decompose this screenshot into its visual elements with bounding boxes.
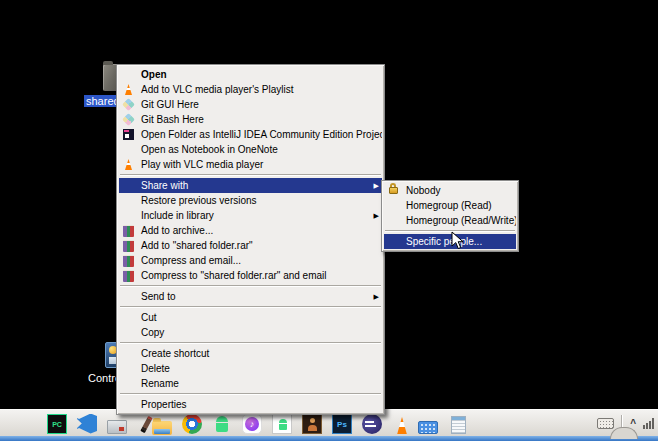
menu-item-label: Open as Notebook in OneNote	[141, 142, 278, 157]
menu-item-label: Nobody	[406, 183, 440, 198]
network-signal-icon[interactable]	[643, 418, 655, 429]
padlock-icon	[388, 186, 399, 197]
display-icon[interactable]	[107, 420, 127, 434]
menu-item-label: Compress to "shared folder.rar" and emai…	[141, 268, 327, 283]
pycharm-icon[interactable]: PC	[47, 414, 67, 434]
menu-separator	[120, 342, 381, 344]
photoshop-icon-glyph: Ps	[333, 419, 351, 428]
menu-item-play-with-vlc-media-player[interactable]: Play with VLC media player	[119, 157, 382, 172]
menu-item-label: Add to VLC media player's Playlist	[141, 82, 294, 97]
menu-item-label: Homegroup (Read/Write)	[406, 213, 516, 228]
file-explorer-icon[interactable]	[152, 421, 172, 435]
eclipse-icon[interactable]	[362, 414, 382, 434]
bottom-edge-strip	[0, 436, 658, 441]
itunes-icon[interactable]: ♪	[242, 414, 262, 434]
menu-item-send-to[interactable]: Send to▶	[119, 289, 382, 304]
menu-item-label: Open	[141, 67, 167, 82]
menu-item-git-bash-here[interactable]: Git Bash Here	[119, 112, 382, 127]
menu-item-homegroup-read[interactable]: Homegroup (Read)	[384, 198, 516, 213]
winrar-icon	[123, 240, 134, 252]
menu-item-add-to-shared-folder-rar[interactable]: Add to "shared folder.rar"	[119, 238, 382, 253]
menu-item-add-to-vlc-media-player-s-playlist[interactable]: Add to VLC media player's Playlist	[119, 82, 382, 97]
menu-item-restore-previous-versions[interactable]: Restore previous versions	[119, 193, 382, 208]
context-menu: OpenAdd to VLC media player's PlaylistGi…	[116, 64, 385, 415]
hidden-icons-chevron[interactable]: ^	[630, 419, 636, 429]
photos-app-icon[interactable]	[302, 414, 322, 434]
menu-item-label: Delete	[141, 361, 170, 376]
submenu-arrow-icon: ▶	[374, 289, 379, 304]
desktop: { "colors": { "desktop_bg": "#000000", "…	[0, 0, 658, 441]
android-emulator-icon[interactable]	[272, 414, 292, 434]
menu-item-label: Share with	[141, 178, 188, 193]
photoshop-icon[interactable]: Ps	[332, 414, 352, 434]
menu-item-label: Send to	[141, 289, 175, 304]
menu-item-copy[interactable]: Copy	[119, 325, 382, 340]
menu-item-nobody[interactable]: Nobody	[384, 183, 516, 198]
menu-item-cut[interactable]: Cut	[119, 310, 382, 325]
menu-item-open-folder-as-intellij-idea-community-edition-project[interactable]: Open Folder as IntelliJ IDEA Community E…	[119, 127, 382, 142]
vlc-cone-icon	[123, 159, 134, 170]
menu-item-compress-and-email[interactable]: Compress and email...	[119, 253, 382, 268]
notepad-icon[interactable]	[451, 416, 466, 434]
git-icon	[122, 98, 135, 111]
menu-item-label: Copy	[141, 325, 164, 340]
menu-item-delete[interactable]: Delete	[119, 361, 382, 376]
winrar-icon	[123, 270, 134, 282]
mouse-cursor-icon	[451, 231, 465, 255]
menu-item-open-as-notebook-in-onenote[interactable]: Open as Notebook in OneNote	[119, 142, 382, 157]
winrar-icon	[123, 255, 134, 267]
menu-item-label: Cut	[141, 310, 157, 325]
submenu-arrow-icon: ▶	[374, 208, 379, 223]
vlc-cone-icon	[123, 84, 134, 95]
menu-separator	[120, 285, 381, 287]
menu-item-label: Homegroup (Read)	[406, 198, 492, 213]
menu-item-label: Add to archive...	[141, 223, 213, 238]
share-with-submenu: NobodyHomegroup (Read)Homegroup (Read/Wr…	[381, 180, 519, 252]
menu-item-label: Git GUI Here	[141, 97, 199, 112]
keyboard-app-icon[interactable]	[418, 421, 438, 434]
itunes-icon-glyph: ♪	[243, 419, 261, 429]
menu-separator	[120, 306, 381, 308]
menu-item-homegroup-read-write[interactable]: Homegroup (Read/Write)	[384, 213, 516, 228]
winrar-icon	[123, 225, 134, 237]
menu-item-open[interactable]: Open	[119, 67, 382, 82]
menu-item-rename[interactable]: Rename	[119, 376, 382, 391]
menu-item-label: Add to "shared folder.rar"	[141, 238, 253, 253]
menu-item-add-to-archive[interactable]: Add to archive...	[119, 223, 382, 238]
menu-item-specific-people[interactable]: Specific people...	[384, 234, 516, 249]
pycharm-icon-glyph: PC	[48, 420, 66, 427]
menu-separator	[120, 174, 381, 176]
menu-separator	[385, 230, 515, 232]
vscode-icon[interactable]	[77, 414, 97, 434]
menu-item-label: Play with VLC media player	[141, 157, 263, 172]
vlc-app-icon[interactable]	[394, 417, 410, 434]
menu-item-label: Specific people...	[406, 234, 482, 249]
menu-item-compress-to-shared-folder-rar-and-email[interactable]: Compress to "shared folder.rar" and emai…	[119, 268, 382, 283]
menu-item-label: Restore previous versions	[141, 193, 257, 208]
menu-item-label: Open Folder as IntelliJ IDEA Community E…	[141, 127, 382, 142]
menu-item-label: Create shortcut	[141, 346, 209, 361]
menu-item-label: Rename	[141, 376, 179, 391]
menu-item-label: Properties	[141, 397, 187, 412]
git-icon	[122, 113, 135, 126]
menu-separator	[120, 393, 381, 395]
menu-item-label: Git Bash Here	[141, 112, 204, 127]
keyboard-layout-icon[interactable]	[597, 418, 614, 429]
menu-item-share-with[interactable]: Share with▶	[119, 178, 382, 193]
submenu-arrow-icon: ▶	[374, 178, 379, 193]
intellij-icon	[123, 129, 134, 140]
android-icon[interactable]	[212, 414, 232, 434]
chrome-icon[interactable]	[182, 414, 202, 434]
menu-item-git-gui-here[interactable]: Git GUI Here	[119, 97, 382, 112]
menu-item-properties[interactable]: Properties	[119, 397, 382, 412]
pencil-icon[interactable]	[140, 416, 152, 433]
menu-item-include-in-library[interactable]: Include in library▶	[119, 208, 382, 223]
menu-item-create-shortcut[interactable]: Create shortcut	[119, 346, 382, 361]
menu-item-label: Include in library	[141, 208, 214, 223]
menu-item-label: Compress and email...	[141, 253, 241, 268]
